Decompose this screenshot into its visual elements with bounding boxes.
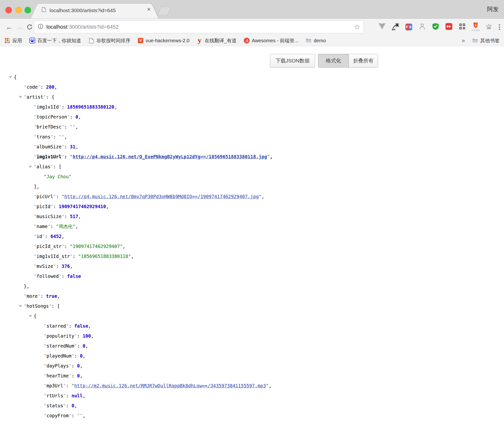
other-bookmarks-folder[interactable]: 其他书签 <box>472 37 500 44</box>
extension-vue-devtools-button[interactable] <box>378 22 386 32</box>
bookmark-label: Awesomes - 前端资... <box>252 37 298 44</box>
format-button[interactable]: 格式化 <box>318 54 349 67</box>
json-line: "mp3Url": "http://m2.music.126.net/RMJR7… <box>0 381 504 391</box>
bookmark-label: vue-hackernews-2.0 <box>146 38 189 43</box>
collapse-triangle-icon[interactable] <box>9 76 12 78</box>
json-string-value: "18569651883380118" <box>78 254 131 259</box>
json-line: "name": "周杰伦", <box>0 222 504 231</box>
json-key: topicPerson <box>36 114 67 119</box>
bookmark-demo[interactable]: demo <box>306 38 326 43</box>
json-bracket: { <box>14 74 17 80</box>
bookmark-youdao[interactable]: y在线翻译_有道 <box>197 37 236 44</box>
json-key: dayPlays <box>46 363 69 368</box>
new-tab-button[interactable] <box>158 6 170 16</box>
collapse-triangle-icon[interactable] <box>19 305 22 307</box>
vue-v-icon: V <box>138 38 143 43</box>
bookmark-star-icon[interactable]: ☆ <box>354 23 360 31</box>
json-empty-string: "" <box>70 124 76 129</box>
json-key: albumSize <box>36 144 61 149</box>
json-key: popularity <box>46 333 74 339</box>
collapse-triangle-icon[interactable] <box>29 166 32 168</box>
extension-green-shield-button[interactable] <box>431 22 440 32</box>
json-value: 0 <box>77 373 80 378</box>
extension-fast-forward-button[interactable] <box>445 22 453 32</box>
bookmarks-left: 应用百度一下，你就知道谷歌按时间排序Vvue-hackernews-2.0y在线… <box>4 37 326 44</box>
json-bracket: { <box>34 313 36 319</box>
fast-forward-icon <box>445 23 452 31</box>
json-line: { <box>0 72 504 82</box>
green-shield-icon <box>432 23 439 31</box>
json-empty-string: "" <box>59 134 64 139</box>
bookmarks-overflow-chevron[interactable]: » <box>462 37 465 44</box>
minimize-window-button[interactable] <box>15 7 22 13</box>
bookmark-awesomes[interactable]: AAwesomes - 前端资... <box>244 37 298 44</box>
json-line: "starredNum": 0, <box>0 341 504 351</box>
url-host: localhost <box>46 24 67 30</box>
bookmark-apps[interactable]: 应用 <box>4 37 22 44</box>
extension-paw-button[interactable] <box>485 22 493 32</box>
json-line: "hearTime": 0, <box>0 371 504 381</box>
json-line: "albumSize": 31, <box>0 142 504 152</box>
extension-person-button[interactable] <box>418 22 427 32</box>
download-json-button[interactable]: 下载JSON数据 <box>270 54 315 68</box>
json-key: copyFrom <box>46 413 69 418</box>
json-line: "img1v1Url": "http://p4.music.126.net/Q_… <box>0 152 504 162</box>
bookmark-baidu[interactable]: 百度一下，你就知道 <box>29 37 81 44</box>
json-value: false <box>74 323 88 329</box>
json-value: 100 <box>83 333 91 339</box>
reload-button[interactable] <box>25 22 34 32</box>
json-key: trans <box>36 134 50 139</box>
json-string-value: "19097417462929407" <box>70 244 123 249</box>
json-line: "popularity": 100, <box>0 331 504 341</box>
json-line: "more": true, <box>0 291 504 301</box>
extension-translate-button[interactable]: 英en <box>391 22 400 32</box>
json-line: "musicSize": 517, <box>0 212 504 222</box>
awesomes-a-icon: A <box>244 38 250 43</box>
json-line: "starred": false, <box>0 321 504 331</box>
json-line: "copyFrom": "", <box>0 411 504 421</box>
tab-close-icon[interactable]: × <box>145 6 152 13</box>
json-key: briefDesc <box>36 124 61 129</box>
tab-title[interactable]: localhost:3000/artists?id=645 <box>50 8 145 13</box>
extension-fe-button[interactable]: FE <box>404 22 413 32</box>
extension-qr-code-button[interactable] <box>458 22 467 32</box>
json-string-value: "Jay Chou" <box>44 174 71 179</box>
json-key: hotSongs <box>26 303 49 309</box>
json-key: musicSize <box>36 214 61 219</box>
json-line: "picUrl": "http://p4.music.126.net/8mv7q… <box>0 192 504 202</box>
json-value: 6452 <box>50 234 62 239</box>
bookmark-vue-hackernews[interactable]: Vvue-hackernews-2.0 <box>138 38 189 43</box>
json-value: 0 <box>80 353 83 358</box>
json-value: 0 <box>83 343 85 349</box>
json-link[interactable]: http://m2.music.126.net/RMJR7wDullRqppBk… <box>74 383 266 388</box>
browser-menu-button[interactable] <box>498 23 501 31</box>
page-info-icon[interactable] <box>38 24 43 30</box>
json-value: 19097417462929410 <box>59 204 106 209</box>
json-line: "img1v1Id": 18569651883380120, <box>0 102 504 112</box>
json-key: picId_str <box>36 244 61 249</box>
json-value: false <box>67 273 81 279</box>
collapse-triangle-icon[interactable] <box>19 96 22 98</box>
json-key: artist <box>26 94 43 100</box>
json-link[interactable]: http://p4.music.126.net/Q_ExePNkmgB2yWyL… <box>73 154 267 159</box>
maximize-window-button[interactable] <box>25 7 31 13</box>
json-value: 200 <box>46 84 54 90</box>
json-line: "briefDesc": "", <box>0 122 504 132</box>
extension-html5-player-button[interactable]: 5PLAYER <box>471 22 480 32</box>
bookmark-google-sort[interactable]: 谷歌按时间排序 <box>88 37 130 44</box>
json-value: null <box>71 393 83 398</box>
json-value: 376 <box>61 264 70 269</box>
json-value: 0 <box>77 363 80 368</box>
collapse-triangle-icon[interactable] <box>29 315 32 317</box>
youdao-y-icon: y <box>197 38 202 43</box>
json-line: "artist": { <box>0 92 504 102</box>
collapse-all-button[interactable]: 折叠所有 <box>349 54 378 67</box>
svg-text:5: 5 <box>475 24 476 27</box>
close-window-button[interactable] <box>5 7 12 13</box>
forward-button[interactable]: → <box>15 22 24 32</box>
json-line: "trans": "", <box>0 132 504 142</box>
back-button[interactable]: ← <box>4 22 14 32</box>
json-key: playedNum <box>46 353 71 358</box>
address-bar[interactable]: localhost:3000/artists?id=6452 ☆ <box>34 21 364 33</box>
json-link[interactable]: http://p4.music.126.net/8mv7qP30Pd3oHW8b… <box>64 194 259 199</box>
